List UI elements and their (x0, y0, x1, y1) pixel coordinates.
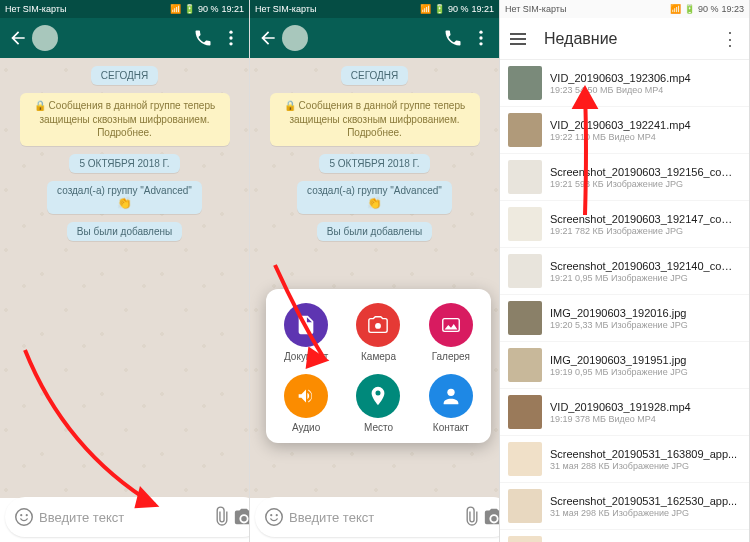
file-name: Screenshot_20190603_192156_com... (550, 166, 739, 178)
file-meta: 19:21 0,95 МБ Изображение JPG (550, 273, 739, 283)
status-bar: Нет SIM-карты 📶🔋 90 % 19:21 (0, 0, 249, 18)
attach-location[interactable]: Место (342, 374, 414, 433)
svg-point-3 (16, 509, 33, 526)
file-meta: 19:22 110 МБ Видео MP4 (550, 132, 739, 142)
svg-point-14 (270, 514, 272, 516)
file-thumbnail (508, 348, 542, 382)
file-name: Screenshot_20190603_192147_com... (550, 213, 739, 225)
file-thumbnail (508, 442, 542, 476)
screen-file-picker: Нет SIM-карты 📶🔋90 %19:23 Недавние ⋮ VID… (500, 0, 750, 542)
svg-point-13 (266, 509, 283, 526)
file-row[interactable]: VID_20190603_191928.mp419:19 378 МБ Виде… (500, 389, 749, 436)
file-name: IMG_20190603_191951.jpg (550, 354, 739, 366)
svg-point-0 (229, 31, 232, 34)
svg-point-8 (479, 36, 482, 39)
file-meta: 19:21 593 КБ Изображение JPG (550, 179, 739, 189)
file-meta: 19:20 5,33 МБ Изображение JPG (550, 320, 739, 330)
file-row[interactable]: IMG_20190603_192016.jpg19:20 5,33 МБ Изо… (500, 295, 749, 342)
file-row[interactable]: Screenshot_20190531_163809_app...31 мая … (500, 436, 749, 483)
svg-point-2 (229, 42, 232, 45)
svg-point-15 (276, 514, 278, 516)
svg-point-1 (229, 36, 232, 39)
attach-contact[interactable]: Контакт (415, 374, 487, 433)
attach-camera[interactable]: Камера (342, 303, 414, 362)
svg-point-9 (479, 42, 482, 45)
status-bar: Нет SIM-карты 📶🔋90 %19:21 (250, 0, 499, 18)
chip-added: Вы были добавлены (67, 222, 182, 241)
chip-today: СЕГОДНЯ (91, 66, 159, 85)
chat-avatar[interactable] (32, 25, 58, 51)
file-row[interactable]: Screenshot_20190603_192156_com...19:21 5… (500, 154, 749, 201)
file-list[interactable]: VID_20190603_192306.mp419:23 54,50 МБ Ви… (500, 60, 749, 542)
file-thumbnail (508, 160, 542, 194)
chat-header (250, 18, 499, 58)
chip-encryption[interactable]: 🔒 Сообщения в данной группе теперь защищ… (20, 93, 230, 146)
call-icon[interactable] (193, 28, 213, 48)
message-input[interactable] (35, 510, 211, 525)
file-thumbnail (508, 395, 542, 429)
battery-text: 90 % (198, 4, 219, 14)
file-name: VID_20190603_191928.mp4 (550, 401, 739, 413)
attach-audio[interactable]: Аудио (270, 374, 342, 433)
file-row[interactable]: Screenshot_20190531_162530_app...31 мая … (500, 483, 749, 530)
emoji-icon[interactable] (13, 506, 35, 528)
chat-body: СЕГОДНЯ 🔒 Сообщения в данной группе тепе… (250, 58, 499, 498)
svg-point-12 (447, 389, 454, 396)
file-meta: 19:19 0,95 МБ Изображение JPG (550, 367, 739, 377)
chat-header (0, 18, 249, 58)
svg-point-5 (26, 514, 28, 516)
svg-point-10 (376, 323, 382, 329)
file-row[interactable]: VID_20190603_192241.mp419:22 110 МБ Виде… (500, 107, 749, 154)
menu-dots-icon[interactable] (221, 28, 241, 48)
file-row[interactable]: Screenshot_20190603_192147_com...19:21 7… (500, 201, 749, 248)
file-meta: 31 мая 298 КБ Изображение JPG (550, 508, 739, 518)
attach-icon[interactable] (211, 506, 233, 528)
file-name: VID_20190603_192306.mp4 (550, 72, 739, 84)
menu-dots-icon[interactable] (471, 28, 491, 48)
file-meta: 19:21 782 КБ Изображение JPG (550, 226, 739, 236)
file-row[interactable]: Screenshot_20190531_162336_app...31 мая … (500, 530, 749, 542)
file-name: Screenshot_20190531_163809_app... (550, 448, 739, 460)
camera-icon[interactable] (233, 506, 250, 528)
file-thumbnail (508, 66, 542, 100)
text-input-wrap (5, 497, 250, 537)
clock-text: 19:21 (221, 4, 244, 14)
file-thumbnail (508, 207, 542, 241)
file-thumbnail (508, 489, 542, 523)
back-button[interactable] (258, 28, 278, 48)
back-button[interactable] (8, 28, 28, 48)
file-name: Screenshot_20190603_192140_com... (550, 260, 739, 272)
attachment-panel: Документ Камера Галерея Аудио Место Конт… (266, 289, 491, 443)
attach-document[interactable]: Документ (270, 303, 342, 362)
file-thumbnail (508, 113, 542, 147)
attach-icon[interactable] (461, 506, 483, 528)
menu-icon[interactable] (510, 33, 526, 45)
screen-whatsapp-chat: Нет SIM-карты 📶🔋 90 % 19:21 СЕГОДНЯ 🔒 Со… (0, 0, 250, 542)
chat-avatar[interactable] (282, 25, 308, 51)
message-input[interactable] (285, 510, 461, 525)
file-thumbnail (508, 254, 542, 288)
call-icon[interactable] (443, 28, 463, 48)
screen-whatsapp-attach: Нет SIM-карты 📶🔋90 %19:21 СЕГОДНЯ 🔒 Сооб… (250, 0, 500, 542)
status-bar: Нет SIM-карты 📶🔋90 %19:23 (500, 0, 749, 18)
file-picker-title: Недавние (544, 30, 721, 48)
chip-group-created: создал(-а) группу "Advanced"👏 (47, 181, 202, 214)
file-meta: 31 мая 288 КБ Изображение JPG (550, 461, 739, 471)
carrier-text: Нет SIM-карты (5, 4, 66, 14)
file-name: IMG_20190603_192016.jpg (550, 307, 739, 319)
svg-point-7 (479, 31, 482, 34)
message-input-bar (5, 497, 244, 537)
file-row[interactable]: IMG_20190603_191951.jpg19:19 0,95 МБ Изо… (500, 342, 749, 389)
file-thumbnail (508, 536, 542, 542)
chat-body: СЕГОДНЯ 🔒 Сообщения в данной группе тепе… (0, 58, 249, 498)
svg-point-4 (20, 514, 22, 516)
camera-icon[interactable] (483, 506, 500, 528)
file-row[interactable]: Screenshot_20190603_192140_com...19:21 0… (500, 248, 749, 295)
emoji-icon[interactable] (263, 506, 285, 528)
file-name: VID_20190603_192241.mp4 (550, 119, 739, 131)
menu-dots-icon[interactable]: ⋮ (721, 28, 739, 50)
attach-gallery[interactable]: Галерея (415, 303, 487, 362)
message-input-bar (255, 497, 494, 537)
file-row[interactable]: VID_20190603_192306.mp419:23 54,50 МБ Ви… (500, 60, 749, 107)
file-meta: 19:23 54,50 МБ Видео MP4 (550, 85, 739, 95)
